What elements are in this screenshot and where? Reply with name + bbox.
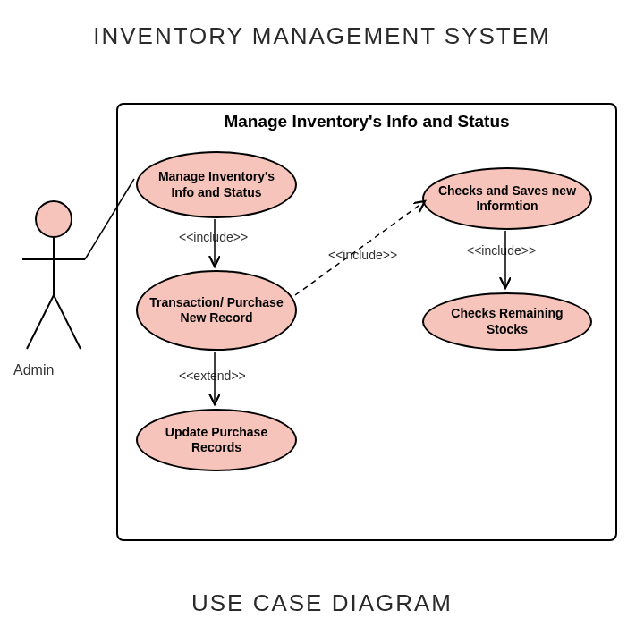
svg-line-4 [54, 295, 80, 349]
usecase-update-records: Update Purchase Records [136, 409, 297, 471]
system-boundary: Manage Inventory's Info and Status Manag… [116, 103, 617, 541]
rel-extend: <<extend>> [179, 369, 246, 383]
usecase-remaining-stocks: Checks Remaining Stocks [422, 292, 592, 351]
page-title: INVENTORY MANAGEMENT SYSTEM [0, 0, 644, 50]
svg-line-3 [27, 295, 54, 349]
actor-label: Admin [13, 362, 54, 378]
system-title: Manage Inventory's Info and Status [118, 112, 615, 131]
usecase-checks-saves: Checks and Saves new Informtion [422, 167, 592, 230]
rel-include-1: <<include>> [179, 230, 248, 244]
usecase-transaction-purchase: Transaction/ Purchase New Record [136, 270, 297, 351]
rel-include-2: <<include>> [328, 248, 397, 262]
usecase-manage-inventory: Manage Inventory's Info and Status [136, 151, 297, 218]
actor-admin [13, 197, 94, 376]
svg-point-0 [36, 201, 72, 237]
rel-include-3: <<include>> [467, 243, 536, 258]
footer-title: USE CASE DIAGRAM [0, 589, 644, 617]
